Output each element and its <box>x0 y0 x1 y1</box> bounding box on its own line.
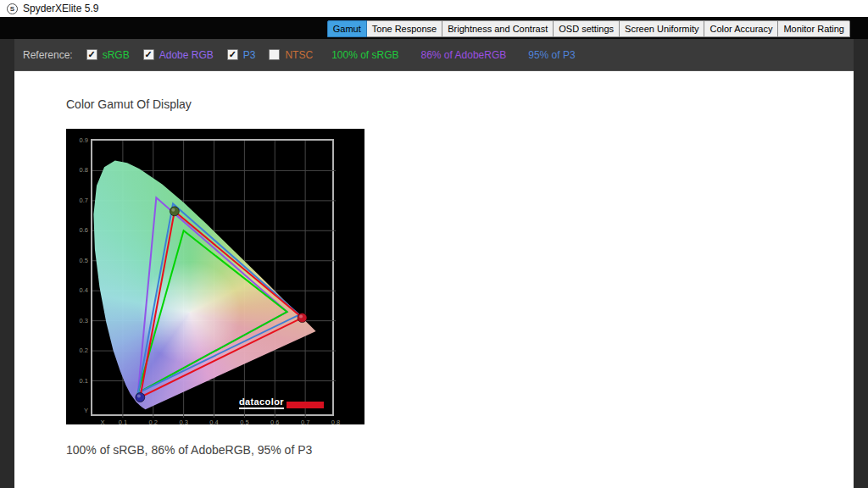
y-axis-tick: 0.4 <box>66 287 88 294</box>
y-axis-tick: 0.9 <box>66 137 88 144</box>
y-axis-tick: 0.8 <box>66 167 88 174</box>
chromaticity-chart: datacolor 0.10.20.30.40.50.60.70.80.9Y0.… <box>66 129 364 424</box>
tab-gamut[interactable]: Gamut <box>327 20 367 37</box>
plot-area: datacolor <box>91 139 334 416</box>
app-icon: S <box>7 3 18 14</box>
gamut-triangle-p3-reference-gamut <box>138 203 299 392</box>
tab-strip: GamutTone ResponseBrightness and Contras… <box>327 19 850 37</box>
page-title: Color Gamut Of Display <box>66 97 192 111</box>
y-axis-tick: 0.2 <box>66 347 88 354</box>
gamut-coverage-summaries: 100% of sRGB86% of AdobeRGB95% of P3 <box>313 49 575 61</box>
x-axis-tick: 0.8 <box>327 419 344 426</box>
reference-toolbar: Reference: ✓sRGB✓Adobe RGB✓P3NTSC 100% o… <box>14 39 854 71</box>
tab-osd-settings[interactable]: OSD settings <box>554 20 620 37</box>
window-title: SpyderXElite 5.9 <box>23 3 98 14</box>
tab-band: GamutTone ResponseBrightness and Contras… <box>0 17 868 39</box>
x-axis-tick: 0.7 <box>297 419 314 426</box>
checkbox-label: P3 <box>243 49 256 61</box>
reference-checkbox-group: ✓sRGB✓Adobe RGB✓P3NTSC <box>73 49 313 61</box>
x-axis-tick: 0.3 <box>175 419 192 426</box>
tab-color-accuracy[interactable]: Color Accuracy <box>704 20 778 37</box>
reference-checkbox-srgb[interactable]: ✓sRGB <box>86 49 130 61</box>
y-axis-tick: 0.5 <box>66 258 88 264</box>
datacolor-logo-bar <box>287 402 324 408</box>
y-axis-tick: 0.1 <box>66 378 88 385</box>
title-bar: S SpyderXElite 5.9 <box>0 0 868 17</box>
primary-marker <box>298 313 307 323</box>
y-axis-tick: 0.7 <box>66 197 88 204</box>
tab-screen-uniformity[interactable]: Screen Uniformity <box>620 20 704 37</box>
tab-tone-response[interactable]: Tone Response <box>367 20 442 37</box>
coverage-summary: 86% of AdobeRGB <box>421 49 507 61</box>
checkbox-label: sRGB <box>103 49 130 61</box>
x-axis-tick: 0.2 <box>145 419 162 426</box>
datacolor-logo-text: datacolor <box>239 396 284 409</box>
coverage-summary: 100% of sRGB <box>331 49 398 61</box>
app-window: S SpyderXElite 5.9 GamutTone ResponseBri… <box>0 0 868 488</box>
checkbox-label: NTSC <box>285 49 313 61</box>
content-panel: Color Gamut Of Display datacolor 0.10.20… <box>14 71 854 488</box>
reference-checkbox-adobe-rgb[interactable]: ✓Adobe RGB <box>143 49 214 61</box>
checkbox-unchecked-icon[interactable] <box>269 49 280 60</box>
reference-checkbox-ntsc[interactable]: NTSC <box>269 49 313 61</box>
checkbox-checked-icon[interactable]: ✓ <box>86 49 97 60</box>
y-axis-label: Y <box>66 408 88 414</box>
reference-label: Reference: <box>23 49 73 61</box>
checkbox-checked-icon[interactable]: ✓ <box>227 49 238 60</box>
coverage-summary: 95% of P3 <box>528 49 575 61</box>
primary-marker <box>136 393 145 402</box>
y-axis-tick: 0.6 <box>66 227 88 234</box>
x-axis-tick: 0.6 <box>266 419 283 426</box>
x-axis-tick: 0.4 <box>206 419 223 426</box>
x-axis-tick: 0.5 <box>236 419 253 426</box>
datacolor-logo: datacolor <box>239 396 324 409</box>
primary-marker <box>170 207 179 216</box>
checkbox-checked-icon[interactable]: ✓ <box>143 49 154 60</box>
tab-brightness-and-contrast[interactable]: Brightness and Contrast <box>442 20 554 37</box>
gamut-summary-text: 100% of sRGB, 86% of AdobeRGB, 95% of P3 <box>66 443 312 457</box>
gamut-triangle-srgb-reference-gamut <box>138 230 287 392</box>
y-axis-tick: 0.3 <box>66 318 88 324</box>
reference-checkbox-p3[interactable]: ✓P3 <box>227 49 256 61</box>
x-axis-tick: 0.1 <box>114 419 131 426</box>
gamut-triangles <box>92 141 336 418</box>
x-axis-label: X <box>94 419 111 426</box>
checkbox-label: Adobe RGB <box>159 49 214 61</box>
tab-monitor-rating[interactable]: Monitor Rating <box>778 20 850 37</box>
